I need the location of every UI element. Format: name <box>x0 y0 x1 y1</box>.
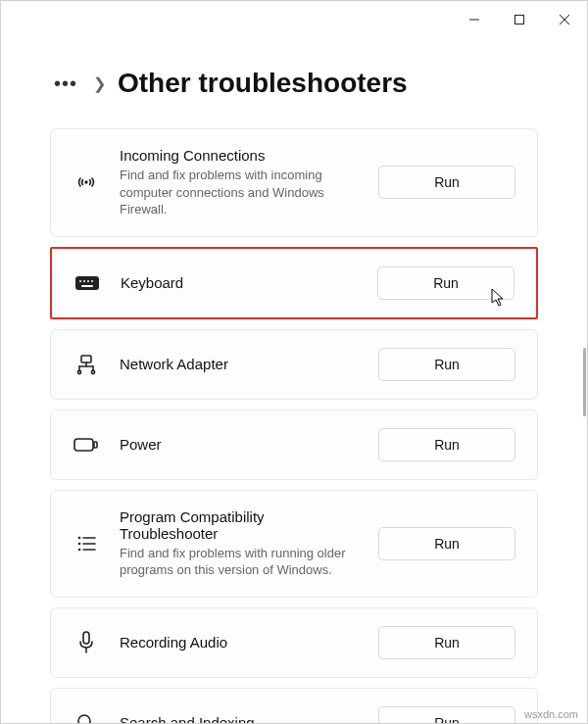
scrollbar-thumb[interactable] <box>583 348 586 416</box>
svg-point-9 <box>91 280 93 282</box>
svg-point-7 <box>83 280 85 282</box>
more-icon[interactable]: ••• <box>50 72 81 95</box>
svg-point-22 <box>78 542 81 545</box>
card-text: Recording Audio <box>120 634 359 651</box>
card-text: Program Compatibility TroubleshooterFind… <box>120 508 359 579</box>
page-title: Other troubleshooters <box>118 68 408 99</box>
svg-point-16 <box>77 370 80 373</box>
troubleshooter-card: Program Compatibility TroubleshooterFind… <box>50 490 538 598</box>
run-button[interactable]: Run <box>377 266 514 300</box>
troubleshooter-card: Recording AudioRun <box>50 607 538 678</box>
network-icon <box>73 353 100 376</box>
card-text: Incoming ConnectionsFind and fix problem… <box>120 147 359 218</box>
window-titlebar <box>1 1 587 38</box>
maximize-button[interactable] <box>497 4 542 35</box>
svg-rect-5 <box>75 276 99 290</box>
search-icon <box>73 712 100 723</box>
svg-point-20 <box>78 536 81 539</box>
svg-point-17 <box>91 370 94 373</box>
card-title: Program Compatibility Troubleshooter <box>120 508 359 542</box>
svg-rect-26 <box>83 632 89 644</box>
card-text: Keyboard <box>121 274 358 291</box>
troubleshooter-card: Network AdapterRun <box>50 329 538 400</box>
power-icon <box>73 437 100 453</box>
chevron-right-icon: ❯ <box>93 74 106 93</box>
card-title: Recording Audio <box>120 634 359 651</box>
svg-rect-10 <box>81 285 93 287</box>
svg-point-24 <box>78 548 81 551</box>
card-title: Network Adapter <box>120 356 359 372</box>
svg-rect-18 <box>74 439 93 451</box>
card-title: Power <box>120 436 359 453</box>
troubleshooter-card: Search and IndexingRun <box>50 688 538 723</box>
troubleshooter-card: Incoming ConnectionsFind and fix problem… <box>50 128 538 237</box>
svg-point-28 <box>78 715 90 723</box>
troubleshooter-card: PowerRun <box>50 410 538 480</box>
breadcrumb: ••• ❯ Other troubleshooters <box>50 68 538 99</box>
settings-window: ••• ❯ Other troubleshooters Incoming Con… <box>0 0 588 724</box>
close-button[interactable] <box>542 4 587 35</box>
run-button[interactable]: Run <box>378 706 515 723</box>
svg-rect-19 <box>94 442 97 448</box>
card-text: Power <box>120 436 359 453</box>
card-text: Search and Indexing <box>120 714 359 723</box>
run-button[interactable]: Run <box>378 626 515 659</box>
card-title: Search and Indexing <box>120 714 359 723</box>
card-text: Network Adapter <box>120 356 359 372</box>
program-icon <box>73 533 100 555</box>
broadcast-icon <box>73 170 100 194</box>
run-button[interactable]: Run <box>378 348 515 381</box>
content-area: ••• ❯ Other troubleshooters Incoming Con… <box>1 38 587 723</box>
svg-point-4 <box>84 181 87 184</box>
troubleshooter-list: Incoming ConnectionsFind and fix problem… <box>50 128 538 723</box>
svg-point-6 <box>79 280 81 282</box>
run-button[interactable]: Run <box>378 428 515 461</box>
keyboard-icon <box>74 273 101 293</box>
run-button[interactable]: Run <box>378 527 515 560</box>
troubleshooter-card: KeyboardRun <box>50 247 538 319</box>
svg-rect-11 <box>81 356 91 362</box>
svg-rect-1 <box>515 16 524 24</box>
mic-icon <box>73 630 100 655</box>
run-button[interactable]: Run <box>378 166 515 199</box>
svg-point-8 <box>87 280 89 282</box>
watermark: wsxdn.com <box>524 708 578 720</box>
card-title: Incoming Connections <box>120 147 359 164</box>
card-description: Find and fix problems with incoming comp… <box>120 167 359 218</box>
minimize-button[interactable] <box>452 4 497 35</box>
card-description: Find and fix problems with running older… <box>120 545 359 579</box>
card-title: Keyboard <box>121 274 358 291</box>
